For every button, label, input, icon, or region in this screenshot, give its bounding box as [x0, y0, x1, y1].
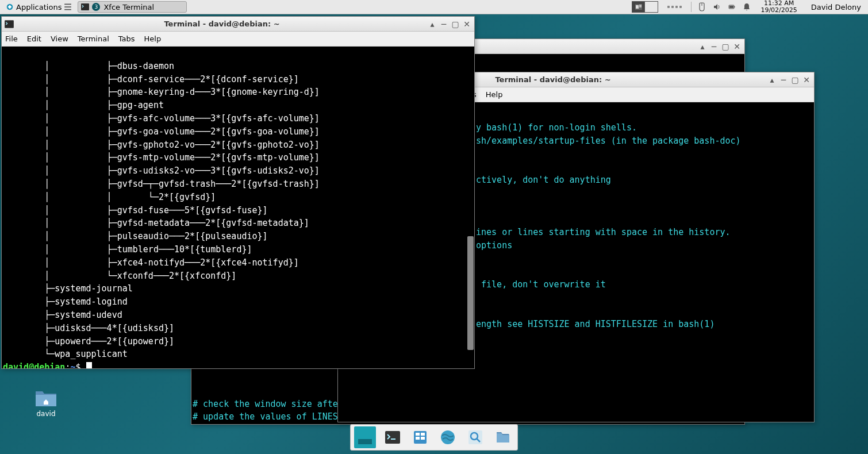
minimize-button[interactable]: ─: [778, 75, 789, 85]
svg-rect-12: [385, 431, 400, 444]
desktop-icon-home[interactable]: david: [26, 388, 66, 418]
applications-menu[interactable]: Applications: [2, 2, 75, 13]
svg-rect-18: [421, 437, 425, 440]
svg-rect-15: [416, 433, 420, 436]
prompt-user: david@debian: [3, 362, 65, 368]
menu-item-terminal[interactable]: Terminal: [78, 34, 109, 43]
desktop-icon: [356, 429, 374, 446]
minimize-button[interactable]: ─: [439, 19, 449, 29]
terminal-icon: [4, 19, 14, 29]
window-title-1: Terminal - david@debian: ~: [18, 20, 426, 28]
battery-tray-icon[interactable]: [727, 2, 736, 11]
dock-browser[interactable]: [437, 426, 459, 448]
close-button[interactable]: ✕: [462, 19, 472, 29]
menu-item-tabs[interactable]: Tabs: [118, 34, 135, 43]
vim-status-pos: 1,1: [640, 424, 724, 424]
svg-rect-17: [416, 437, 420, 440]
desktop-icon-label: david: [26, 410, 66, 418]
terminal-window-1[interactable]: Terminal - david@debian: ~ ▴ ─ ▢ ✕ File …: [1, 16, 475, 369]
mouse-tray-icon[interactable]: [697, 2, 706, 11]
vim-status-file: ".bashrc" 113L, 3526B: [193, 424, 302, 424]
svg-rect-4: [639, 5, 642, 7]
folder-icon: [494, 429, 512, 446]
menu-item-help[interactable]: Help: [486, 90, 503, 99]
taskbar-button-terminal[interactable]: 3 Xfce Terminal: [78, 1, 187, 13]
folder-home-icon: [34, 388, 57, 407]
svg-rect-7: [734, 6, 735, 7]
dock: [350, 424, 518, 451]
titlebar-1[interactable]: Terminal - david@debian: ~ ▴ ─ ▢ ✕: [2, 17, 474, 32]
close-button[interactable]: ✕: [801, 75, 812, 85]
rollup-button[interactable]: ▴: [697, 41, 708, 52]
menu-lines-icon: [64, 3, 72, 11]
svg-rect-1: [81, 3, 89, 10]
dock-show-desktop[interactable]: [354, 426, 376, 448]
vim-status-pct: Top: [724, 424, 743, 424]
svg-rect-3: [636, 5, 639, 9]
svg-rect-8: [729, 6, 733, 8]
globe-icon: [439, 429, 456, 446]
terminal-icon: [80, 2, 90, 11]
workspace-indicators[interactable]: [632, 1, 658, 13]
rollup-button[interactable]: ▴: [767, 75, 777, 85]
terminal-scrollbar[interactable]: [467, 236, 474, 350]
dock-files[interactable]: [409, 426, 431, 448]
notification-tray-icon[interactable]: [742, 2, 751, 11]
applications-label: Applications: [16, 3, 62, 11]
maximize-button[interactable]: ▢: [790, 75, 800, 85]
close-button[interactable]: ✕: [732, 41, 742, 52]
panel-clock[interactable]: 11:32 AM 19/02/2025: [757, 0, 800, 14]
clock-date: 19/02/2025: [761, 7, 797, 14]
menu-item-view[interactable]: View: [51, 34, 68, 43]
task-label: Xfce Terminal: [103, 3, 154, 11]
svg-point-19: [441, 430, 455, 444]
maximize-button[interactable]: ▢: [720, 41, 731, 52]
menu-item-edit[interactable]: Edit: [27, 34, 41, 43]
menu-item-help[interactable]: Help: [144, 34, 162, 43]
cursor: [86, 362, 92, 368]
xfce-logo-icon: [6, 3, 14, 11]
dock-search[interactable]: [464, 426, 486, 448]
rollup-button[interactable]: ▴: [427, 19, 437, 29]
terminal-body-1[interactable]: │ ├─dbus-daemon │ ├─dconf-service───2*[{…: [2, 47, 474, 368]
dock-folder[interactable]: [492, 426, 514, 448]
workspace-2[interactable]: [645, 2, 658, 12]
pager-dots[interactable]: [664, 6, 685, 8]
menubar-1: File Edit View Terminal Tabs Help: [2, 32, 474, 47]
file-manager-icon: [412, 429, 429, 446]
top-panel: Applications 3 Xfce Terminal 11:32 AM 19…: [0, 0, 868, 14]
terminal-icon: [384, 429, 401, 446]
dock-terminal[interactable]: [382, 426, 404, 448]
user-menu[interactable]: David Delony: [806, 3, 866, 11]
minimize-button[interactable]: ─: [709, 41, 719, 52]
separator: [691, 2, 692, 12]
svg-rect-16: [421, 433, 425, 436]
magnifier-icon: [467, 429, 484, 446]
volume-tray-icon[interactable]: [712, 2, 721, 11]
svg-rect-9: [5, 20, 14, 28]
window-glyph-icon: [635, 4, 642, 10]
menu-item-file[interactable]: File: [5, 34, 18, 43]
task-count-badge: 3: [92, 3, 100, 11]
svg-rect-11: [358, 439, 372, 444]
workspace-1[interactable]: [632, 2, 645, 12]
maximize-button[interactable]: ▢: [450, 19, 460, 29]
